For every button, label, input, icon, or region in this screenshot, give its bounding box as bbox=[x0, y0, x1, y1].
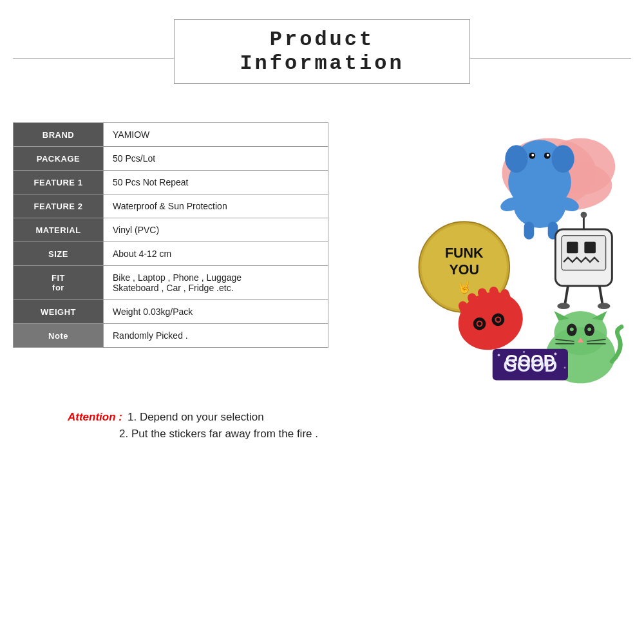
table-value-1: 50 Pcs/Lot bbox=[104, 147, 328, 171]
svg-text:FUNK: FUNK bbox=[445, 245, 484, 261]
title-line-right bbox=[470, 58, 631, 59]
svg-line-28 bbox=[600, 286, 603, 305]
svg-text:YOU: YOU bbox=[450, 262, 480, 278]
svg-point-50 bbox=[587, 327, 591, 331]
table-value-6: Bike , Laptop , Phone , LuggageSkateboar… bbox=[104, 266, 328, 300]
svg-line-27 bbox=[565, 286, 568, 305]
table-label-7: WEIGHT bbox=[14, 300, 104, 324]
table-label-1: PACKAGE bbox=[14, 147, 104, 171]
svg-point-6 bbox=[552, 145, 574, 173]
svg-point-49 bbox=[570, 327, 574, 331]
svg-point-9 bbox=[531, 154, 534, 156]
table-label-2: FEATURE 1 bbox=[14, 171, 104, 194]
attention-section: Attention : 1. Depend on your selection … bbox=[13, 411, 631, 440]
table-label-8: Note bbox=[14, 324, 104, 348]
table-value-3: Waterproof & Sun Protection bbox=[104, 194, 328, 218]
attention-item-2: 2. Put the stickers far away from the fi… bbox=[119, 428, 318, 440]
attention-line-1: Attention : 1. Depend on your selection bbox=[68, 411, 631, 424]
svg-point-57 bbox=[498, 354, 500, 356]
table-label-5: SIZE bbox=[14, 242, 104, 266]
table-value-4: Vinyl (PVC) bbox=[104, 218, 328, 242]
title-line-left bbox=[13, 58, 174, 59]
table-label-6: FITfor bbox=[14, 266, 104, 300]
attention-line-2: 2. Put the stickers far away from the fi… bbox=[119, 428, 631, 440]
title-row: Product Information bbox=[13, 13, 631, 103]
table-value-8: Randomly Picked . bbox=[104, 324, 328, 348]
attention-item-1: 1. Depend on your selection bbox=[128, 411, 264, 424]
attention-items: Attention : 1. Depend on your selection … bbox=[68, 411, 631, 440]
table-value-0: YAMIOW bbox=[104, 123, 328, 147]
table-value-5: About 4-12 cm bbox=[104, 242, 328, 266]
table-value-7: Weight 0.03kg/Pack bbox=[104, 300, 328, 324]
info-table: BRANDYAMIOWPACKAGE50 Pcs/LotFEATURE 150 … bbox=[13, 122, 328, 348]
svg-point-23 bbox=[581, 212, 587, 218]
svg-text:GOOD: GOOD bbox=[504, 355, 558, 375]
table-label-4: MATERIAL bbox=[14, 218, 104, 242]
svg-point-5 bbox=[505, 145, 527, 173]
svg-rect-26 bbox=[584, 242, 596, 254]
table-label-3: FEATURE 2 bbox=[14, 194, 104, 218]
svg-point-30 bbox=[598, 303, 611, 309]
svg-point-29 bbox=[557, 303, 570, 309]
sticker-area: FUNK YOU 🤘 bbox=[341, 122, 631, 393]
svg-text:🤘: 🤘 bbox=[457, 280, 471, 294]
sticker-svg: FUNK YOU 🤘 bbox=[341, 122, 631, 393]
info-layout: BRANDYAMIOWPACKAGE50 Pcs/LotFEATURE 150 … bbox=[13, 122, 631, 393]
svg-rect-25 bbox=[567, 242, 578, 254]
page-wrapper: Product Information BRANDYAMIOWPACKAGE50… bbox=[0, 0, 644, 644]
svg-point-60 bbox=[564, 366, 566, 368]
page-title: Product Information bbox=[240, 28, 404, 75]
svg-rect-14 bbox=[524, 222, 535, 239]
svg-point-10 bbox=[547, 154, 549, 156]
attention-label: Attention : bbox=[68, 411, 122, 424]
title-box: Product Information bbox=[174, 19, 470, 84]
table-value-2: 50 Pcs Not Repeat bbox=[104, 171, 328, 194]
table-label-0: BRAND bbox=[14, 123, 104, 147]
